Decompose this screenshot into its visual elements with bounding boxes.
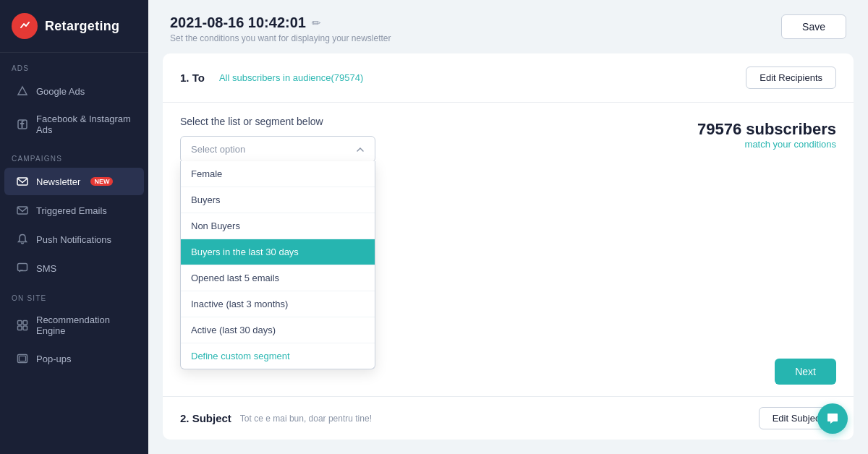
subscribers-count: 79576 subscribers match your conditions [697,120,836,150]
on-site-section-label: ON SITE [0,283,148,307]
campaigns-section-label: CAMPAIGNS [0,143,148,167]
dropdown-option-buyers-30[interactable]: Buyers in the last 30 days [181,239,375,265]
subscribers-label: match your conditions [697,139,836,150]
segment-area: Select the list or segment below Select … [163,103,854,359]
page-title: 2021-08-16 10:42:01 [170,14,306,31]
svg-rect-5 [18,321,22,325]
edit-title-icon[interactable]: ✏ [312,17,321,30]
section-to: 1. To All subscribers in audience(79574)… [163,53,854,103]
content-card: 1. To All subscribers in audience(79574)… [163,53,854,440]
segment-left: Select the list or segment below Select … [180,116,697,163]
dropdown-container: Select option Female Buyers No [180,136,375,163]
new-badge: new [90,177,113,186]
envelope-icon [16,204,29,217]
facebook-icon [16,118,29,131]
sidebar-item-label: Pop-ups [36,354,71,364]
sidebar-item-pop-ups[interactable]: Pop-ups [4,345,144,372]
sidebar-item-triggered-emails[interactable]: Triggered Emails [4,197,144,224]
svg-rect-4 [18,264,27,271]
triangle-icon [16,85,29,98]
section-subject-left: 2. Subject Tot ce e mai bun, doar pentru… [180,412,372,424]
dropdown-option-inactive-3m[interactable]: Inactive (last 3 months) [181,291,375,317]
chevron-up-icon [356,145,365,154]
dropdown-option-define-custom[interactable]: Define custom segment [181,343,375,369]
page-header: 2021-08-16 10:42:01 ✏ Set the conditions… [148,0,868,53]
dropdown-placeholder: Select option [191,144,245,155]
sidebar-item-newsletter[interactable]: Newsletter new [4,168,144,195]
svg-point-0 [18,20,31,33]
sidebar-item-label: Newsletter [36,176,80,187]
sidebar-item-google-ads[interactable]: Google Ads [4,77,144,105]
segment-label: Select the list or segment below [180,116,697,127]
svg-rect-8 [23,326,27,330]
dropdown-option-active-30[interactable]: Active (last 30 days) [181,317,375,343]
page-subtitle: Set the conditions you want for displayi… [170,33,391,43]
section-to-left: 1. To All subscribers in audience(79574) [180,72,363,84]
section-subject: 2. Subject Tot ce e mai bun, doar pentru… [163,396,854,440]
popup-icon [16,352,29,365]
segment-dropdown-trigger[interactable]: Select option [180,136,375,163]
section-subject-label: 2. Subject [180,412,231,424]
section-subject-preview: Tot ce e mai bun, doar pentru tine! [240,414,372,424]
sidebar: Retargeting ADS Google Ads Facebook & In… [0,0,148,454]
sidebar-item-label: Google Ads [36,86,85,97]
sidebar-item-recommendation-engine[interactable]: Recommendation Engine [4,307,144,343]
title-row: 2021-08-16 10:42:01 ✏ [170,14,391,31]
section-to-number: 1. To [180,72,205,84]
mail-icon [16,175,29,188]
dropdown-option-non-buyers[interactable]: Non Buyers [181,213,375,239]
sidebar-item-facebook-ads[interactable]: Facebook & Instagram Ads [4,106,144,142]
svg-rect-6 [23,321,27,325]
chat-bubble[interactable] [817,403,848,434]
header-left: 2021-08-16 10:42:01 ✏ Set the conditions… [170,14,391,43]
sidebar-item-label: Facebook & Instagram Ads [36,113,132,135]
logo: Retargeting [0,0,148,53]
sidebar-item-push-notifications[interactable]: Push Notifications [4,226,144,253]
subscribers-number: 79576 subscribers [697,120,836,139]
sidebar-item-sms[interactable]: SMS [4,254,144,282]
chat-bubble-icon [825,411,840,426]
audience-label: All subscribers in audience(79574) [219,72,363,83]
edit-recipients-button[interactable]: Edit Recipients [746,67,836,89]
svg-rect-10 [20,356,26,361]
bell-icon [16,233,29,246]
logo-icon [12,13,38,39]
sidebar-item-label: Push Notifications [36,234,111,245]
logo-text: Retargeting [45,19,119,34]
svg-rect-7 [18,326,22,330]
sidebar-item-label: Triggered Emails [36,205,107,216]
next-button[interactable]: Next [775,359,836,385]
sidebar-item-label: SMS [36,263,56,274]
dropdown-option-female[interactable]: Female [181,161,375,187]
save-button[interactable]: Save [781,14,846,39]
main-content: 2021-08-16 10:42:01 ✏ Set the conditions… [148,0,868,454]
sidebar-item-label: Recommendation Engine [36,314,132,336]
dropdown-list: Female Buyers Non Buyers Buyers in the l… [180,161,375,369]
chat-icon [16,262,29,275]
grid-icon [16,319,29,332]
ads-section-label: ADS [0,53,148,77]
dropdown-option-opened-5[interactable]: Opened last 5 emails [181,265,375,291]
dropdown-option-buyers[interactable]: Buyers [181,187,375,213]
